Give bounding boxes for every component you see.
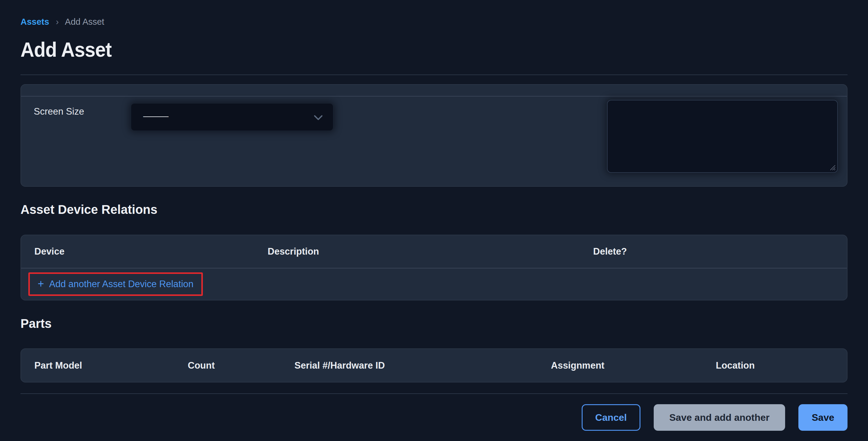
column-header-serial-hardware-id: Serial #/Hardware ID bbox=[281, 360, 538, 371]
plus-icon: + bbox=[38, 279, 44, 290]
column-header-count: Count bbox=[175, 360, 281, 371]
column-header-assignment: Assignment bbox=[538, 360, 703, 371]
breadcrumb-separator-icon: › bbox=[56, 17, 59, 27]
resize-handle-icon[interactable] bbox=[828, 163, 836, 171]
page-title: Add Asset bbox=[21, 39, 789, 60]
column-header-part-model: Part Model bbox=[21, 360, 175, 371]
section-heading-parts: Parts bbox=[21, 317, 814, 330]
screen-size-field-row: Screen Size ——— bbox=[21, 96, 847, 186]
save-and-add-another-button[interactable]: Save and add another bbox=[654, 404, 785, 431]
add-asset-device-relation-link[interactable]: + Add another Asset Device Relation bbox=[38, 279, 193, 290]
save-button[interactable]: Save bbox=[798, 404, 847, 431]
chevron-down-icon bbox=[314, 115, 323, 120]
footer-actions: Cancel Save and add another Save bbox=[21, 404, 847, 431]
asset-device-relations-table: Device Description Delete? + Add another… bbox=[21, 235, 847, 300]
add-link-label: Add another Asset Device Relation bbox=[49, 279, 193, 290]
footer-divider bbox=[21, 393, 847, 394]
column-header-location: Location bbox=[703, 360, 847, 371]
description-textarea[interactable] bbox=[607, 100, 838, 173]
screen-size-label: Screen Size bbox=[34, 106, 84, 117]
breadcrumb-current: Add Asset bbox=[65, 17, 104, 27]
asset-form-fieldset: Screen Size ——— bbox=[21, 84, 847, 187]
relations-add-row: + Add another Asset Device Relation bbox=[21, 268, 847, 300]
column-header-delete: Delete? bbox=[580, 246, 847, 257]
cancel-button[interactable]: Cancel bbox=[582, 404, 641, 431]
click-target-highlight-box: + Add another Asset Device Relation bbox=[28, 272, 203, 296]
add-asset-page: Assets › Add Asset Add Asset Screen Size… bbox=[0, 0, 868, 441]
fieldset-partial-row bbox=[21, 85, 847, 96]
section-heading-asset-device-relations: Asset Device Relations bbox=[21, 203, 814, 216]
column-header-description: Description bbox=[254, 246, 580, 257]
parts-table: Part Model Count Serial #/Hardware ID As… bbox=[21, 348, 847, 382]
title-divider bbox=[21, 75, 847, 75]
breadcrumb: Assets › Add Asset bbox=[21, 0, 847, 26]
screen-size-select[interactable]: ——— bbox=[131, 103, 333, 131]
column-header-device: Device bbox=[21, 246, 254, 257]
parts-header-row: Part Model Count Serial #/Hardware ID As… bbox=[21, 349, 847, 382]
relations-header-row: Device Description Delete? bbox=[21, 235, 847, 268]
screen-size-selected-value: ——— bbox=[143, 111, 167, 123]
breadcrumb-link-assets[interactable]: Assets bbox=[21, 17, 49, 27]
